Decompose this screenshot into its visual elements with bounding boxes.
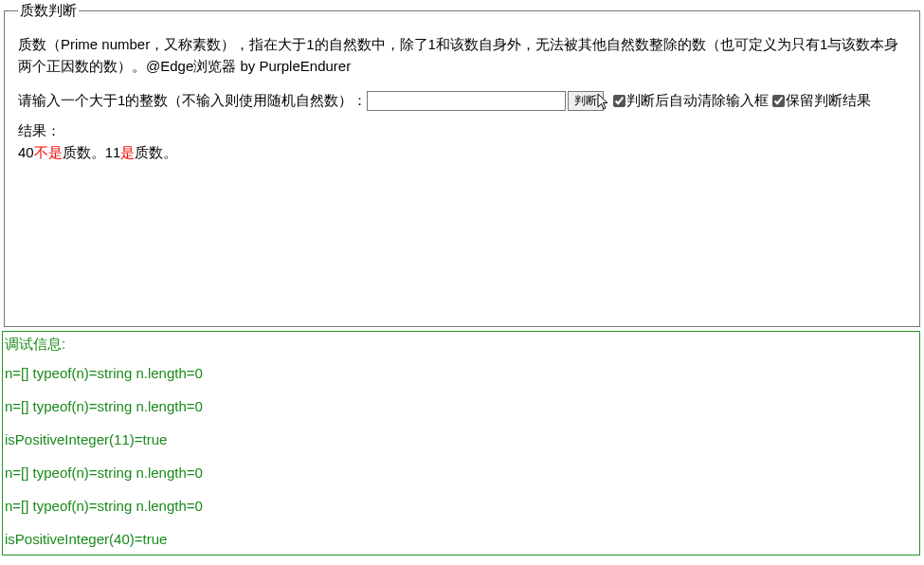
keep-result-label: 保留判断结果	[786, 92, 871, 110]
result-fragment: 40	[18, 144, 34, 160]
result-fragment: 质数。11	[63, 144, 121, 160]
debug-lines: n=[] typeof(n)=string n.length=0n=[] typ…	[5, 363, 917, 549]
prime-fieldset: 质数判断 质数（Prime number，又称素数），指在大于1的自然数中，除了…	[4, 2, 920, 327]
result-fragment: 是	[120, 144, 135, 160]
fieldset-legend: 质数判断	[18, 2, 79, 20]
result-title: 结果：	[18, 122, 906, 140]
result-fragment: 不是	[34, 144, 63, 160]
debug-line: n=[] typeof(n)=string n.length=0	[5, 463, 917, 483]
debug-line: n=[] typeof(n)=string n.length=0	[5, 496, 917, 516]
debug-line: isPositiveInteger(11)=true	[5, 429, 917, 449]
debug-line: n=[] typeof(n)=string n.length=0	[5, 363, 917, 383]
number-input[interactable]	[367, 91, 566, 111]
auto-clear-label: 判断后自动清除输入框	[626, 92, 769, 110]
auto-clear-checkbox[interactable]	[613, 95, 625, 107]
debug-title: 调试信息:	[5, 334, 917, 354]
input-row: 请输入一个大于1的整数（不输入则使用随机自然数）： 判断 判断后自动清除输入框 …	[18, 91, 906, 111]
input-prompt: 请输入一个大于1的整数（不输入则使用随机自然数）：	[18, 92, 367, 110]
debug-line: isPositiveInteger(40)=true	[5, 529, 917, 549]
debug-panel: 调试信息: n=[] typeof(n)=string n.length=0n=…	[2, 331, 920, 556]
result-body: 40不是质数。11是质数。	[18, 142, 906, 164]
debug-line: n=[] typeof(n)=string n.length=0	[5, 396, 917, 416]
judge-button[interactable]: 判断	[568, 91, 604, 111]
description-text: 质数（Prime number，又称素数），指在大于1的自然数中，除了1和该数自…	[18, 33, 906, 78]
result-fragment: 质数。	[135, 144, 177, 160]
keep-result-checkbox[interactable]	[772, 95, 785, 107]
